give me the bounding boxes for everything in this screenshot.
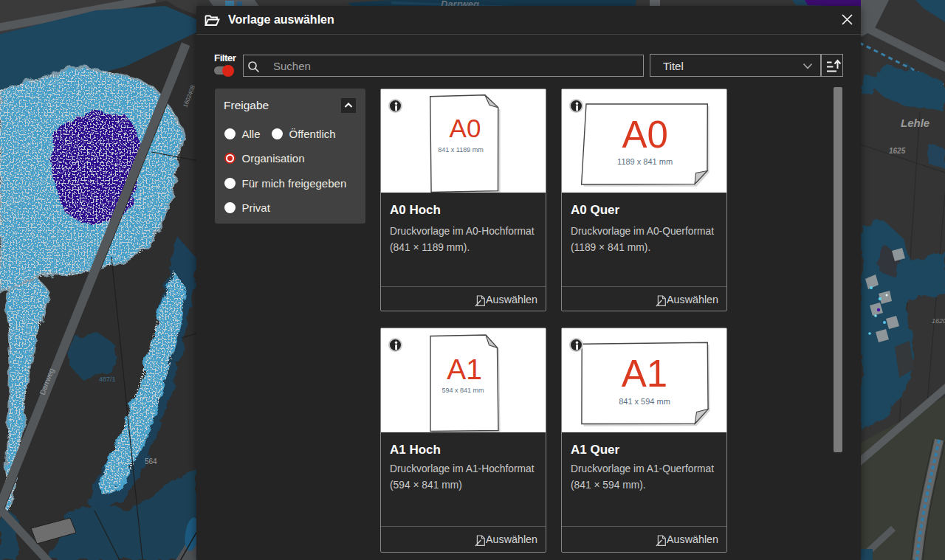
svg-text:A1: A1 <box>447 353 482 385</box>
svg-text:564: 564 <box>145 457 157 466</box>
svg-text:A0: A0 <box>450 114 481 142</box>
svg-text:1620: 1620 <box>932 317 945 325</box>
svg-text:A1: A1 <box>622 353 667 395</box>
svg-text:594 x 841 mm: 594 x 841 mm <box>441 387 484 394</box>
svg-text:487/1: 487/1 <box>99 376 116 383</box>
svg-text:Lehle: Lehle <box>901 117 929 129</box>
svg-text:A0: A0 <box>622 114 667 156</box>
svg-text:1625: 1625 <box>889 147 906 155</box>
svg-text:841 x 1189 mm: 841 x 1189 mm <box>438 146 483 153</box>
svg-text:1189 x 841 mm: 1189 x 841 mm <box>617 157 673 166</box>
svg-text:841 x 594 mm: 841 x 594 mm <box>619 397 670 406</box>
